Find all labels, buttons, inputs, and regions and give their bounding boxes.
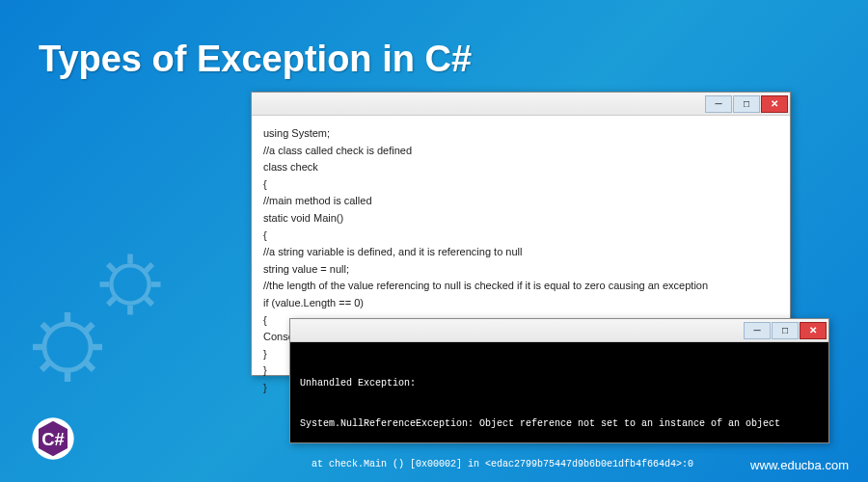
code-line: //a class called check is defined (263, 143, 778, 160)
close-button[interactable]: ✕ (800, 322, 827, 339)
page-title: Types of Exception in C# (39, 39, 472, 80)
code-line: //main method is called (263, 193, 778, 210)
svg-rect-3 (33, 344, 44, 350)
code-line: using System; (263, 125, 778, 143)
svg-rect-11 (127, 306, 133, 315)
svg-rect-10 (127, 254, 133, 264)
code-line: //the length of the value referencing to… (263, 278, 778, 295)
console-window: ─ □ ✕ Unhandled Exception: System.NullRe… (289, 318, 829, 443)
window-titlebar: ─ □ ✕ (290, 319, 828, 342)
code-line: //a string variable is defined, and it i… (263, 244, 778, 261)
code-line: class check (263, 159, 778, 176)
maximize-button[interactable]: □ (772, 322, 799, 339)
window-titlebar: ─ □ ✕ (252, 93, 790, 116)
csharp-logo: C# (29, 415, 77, 463)
console-content: Unhandled Exception: System.NullReferenc… (290, 342, 828, 482)
console-line: at check.Main () [0x00002] in <edac2799b… (300, 458, 819, 471)
minimize-button[interactable]: ─ (744, 322, 771, 339)
code-line: if (value.Length == 0) (263, 295, 778, 312)
watermark: www.educba.com (750, 458, 849, 472)
svg-text:C#: C# (41, 429, 64, 449)
gear-icon-2 (96, 251, 164, 318)
close-button[interactable]: ✕ (761, 95, 788, 113)
svg-point-9 (111, 265, 149, 303)
code-line: string value = null; (263, 261, 778, 279)
svg-rect-12 (100, 281, 110, 287)
gear-icon-1 (29, 308, 106, 386)
code-line: { (263, 176, 778, 194)
code-line: static void Main() (263, 210, 778, 228)
svg-rect-4 (91, 344, 102, 350)
svg-rect-13 (151, 281, 161, 287)
maximize-button[interactable]: □ (733, 95, 760, 113)
minimize-button[interactable]: ─ (705, 95, 732, 113)
console-line: Unhandled Exception: (300, 377, 819, 390)
console-line: System.NullReferenceException: Object re… (300, 417, 819, 431)
svg-rect-2 (65, 370, 70, 382)
svg-rect-1 (65, 312, 70, 324)
code-line: { (263, 228, 778, 245)
